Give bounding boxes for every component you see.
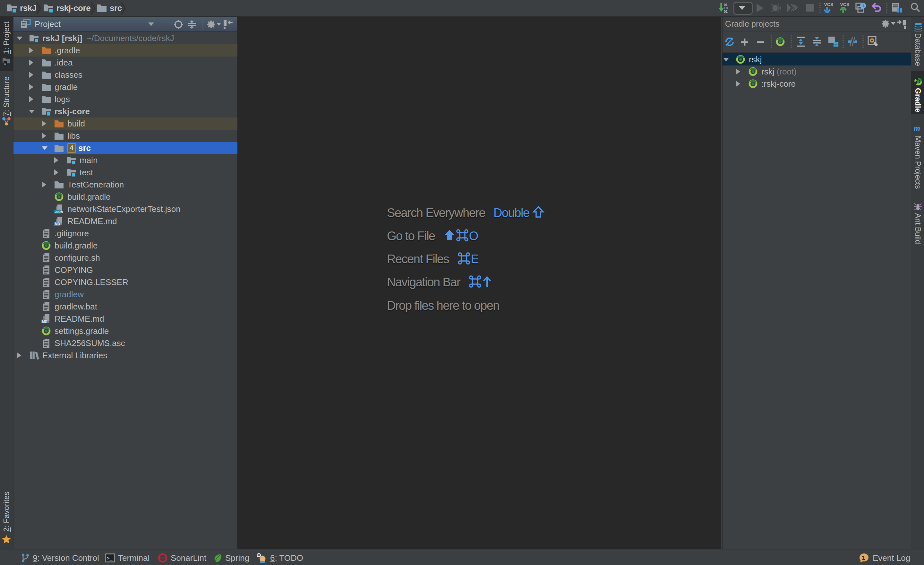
svg-text:MD: MD (55, 222, 60, 226)
svg-text:1: 1 (862, 554, 866, 561)
svg-text:JSON: JSON (54, 210, 63, 213)
svg-text:MD: MD (42, 320, 47, 323)
svg-text:01: 01 (724, 10, 728, 14)
svg-text:m: m (914, 124, 920, 132)
svg-text:>_: >_ (107, 556, 113, 562)
